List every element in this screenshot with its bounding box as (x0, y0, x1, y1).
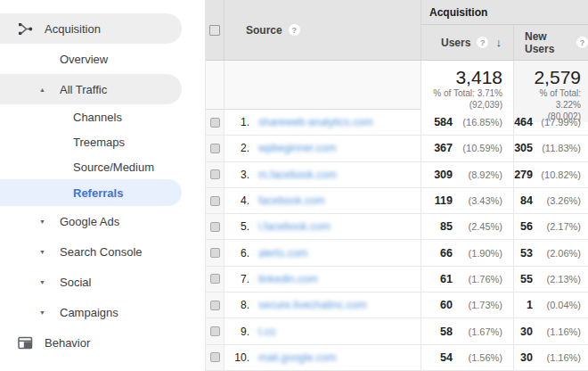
sidebar-item-search-console[interactable]: ▼ Search Console (0, 236, 182, 267)
sidebar: Acquisition Overview ▲ All Traffic Chann… (0, 0, 205, 371)
table-row: 10. mail.google.com 54 (1.56%) 30 (1.16%… (206, 345, 588, 371)
source-link[interactable]: shareweb-analytics.com (258, 116, 373, 128)
column-header-source[interactable]: Source ? (224, 0, 421, 60)
sidebar-item-label: All Traffic (60, 83, 107, 96)
users-value: 61 (440, 273, 453, 285)
sidebar-item-social[interactable]: ▼ Social (0, 267, 182, 297)
source-link[interactable]: wpbeginner.com (258, 142, 336, 154)
help-icon[interactable]: ? (576, 37, 588, 48)
new-users-percent: (17.99%) (533, 117, 581, 128)
users-value: 119 (435, 194, 453, 207)
sidebar-item-label: Campaigns (60, 306, 118, 319)
table-header: Source ? Acquisition Users ? ↓ New Users… (206, 0, 588, 61)
report-table: Source ? Acquisition Users ? ↓ New Users… (205, 0, 588, 371)
sidebar-item-label: Social (60, 276, 91, 289)
collapse-down-icon: ▼ (39, 218, 45, 225)
sidebar-item-acquisition[interactable]: Acquisition (0, 13, 182, 44)
row-checkbox[interactable] (210, 326, 220, 336)
row-rank: 2. (225, 142, 249, 154)
users-value: 85 (440, 220, 453, 233)
summary-row: 3,418 % of Total: 3.71% (92,039) 2,579 %… (206, 61, 588, 110)
select-all-checkbox[interactable] (209, 25, 220, 36)
sidebar-item-referrals[interactable]: Referrals (0, 179, 182, 206)
new-users-pct-of-total: % of Total: 3.22% (514, 87, 581, 111)
collapse-up-icon: ▲ (39, 87, 45, 93)
row-checkbox[interactable] (210, 144, 220, 153)
sort-descending-icon[interactable]: ↓ (496, 36, 502, 49)
source-link[interactable]: secure.livechatinc.com (258, 299, 366, 311)
new-users-value: 55 (520, 273, 533, 285)
source-header-label: Source (246, 24, 282, 37)
source-link[interactable]: mail.google.com (258, 351, 336, 364)
source-link[interactable]: alerts.com (258, 247, 307, 260)
collapse-down-icon: ▼ (39, 309, 45, 316)
source-link[interactable]: facebook.com (258, 194, 325, 207)
new-users-header-label: New Users (525, 30, 570, 55)
row-checkbox[interactable] (210, 248, 220, 258)
table-body: 1. shareweb-analytics.com 584 (16.85%) 4… (206, 110, 588, 371)
source-link[interactable]: m.facebook.com (258, 169, 337, 181)
users-value: 367 (434, 142, 453, 154)
new-users-percent: (11.83%) (533, 143, 581, 153)
column-header-users[interactable]: Users ? ↓ (421, 25, 513, 60)
users-value: 309 (434, 169, 453, 181)
sidebar-item-campaigns[interactable]: ▼ Campaigns (0, 297, 182, 327)
behavior-icon (18, 335, 34, 350)
table-row: 1. shareweb-analytics.com 584 (16.85%) 4… (206, 110, 588, 136)
collapse-down-icon: ▼ (39, 279, 45, 285)
row-rank: 7. (225, 273, 249, 285)
table-row: 3. m.facebook.com 309 (8.92%) 279 (10.82… (206, 162, 588, 188)
source-link[interactable]: l.facebook.com (258, 220, 331, 233)
help-icon[interactable]: ? (289, 24, 300, 36)
users-value: 60 (440, 299, 453, 311)
row-checkbox[interactable] (210, 352, 220, 362)
row-checkbox[interactable] (210, 301, 220, 310)
sidebar-item-label: Overview (60, 53, 108, 66)
source-link[interactable]: t.co (258, 326, 275, 338)
users-percent: (1.76%) (453, 274, 502, 284)
new-users-percent: (0.04%) (533, 300, 581, 310)
table-row: 2. wpbeginner.com 367 (10.59%) 305 (11.8… (206, 136, 588, 161)
sidebar-item-label: Search Console (60, 245, 143, 259)
new-users-value: 305 (514, 142, 533, 154)
new-users-value: 30 (520, 326, 533, 338)
sidebar-item-overview[interactable]: Overview (0, 44, 182, 74)
new-users-value: 53 (520, 247, 533, 260)
table-row: 9. t.co 58 (1.67%) 30 (1.16%) (206, 318, 588, 344)
sidebar-item-treemaps[interactable]: Treemaps (0, 129, 182, 154)
row-checkbox[interactable] (210, 118, 220, 128)
users-value: 58 (440, 326, 453, 338)
row-checkbox[interactable] (210, 222, 220, 232)
new-users-percent: (1.16%) (533, 326, 581, 337)
table-row: 5. l.facebook.com 85 (2.45%) 56 (2.17%) (206, 214, 588, 240)
sidebar-item-label: Channels (73, 111, 122, 124)
source-link[interactable]: linkedin.com (258, 273, 318, 285)
row-rank: 6. (225, 247, 249, 260)
sidebar-item-label: Acquisition (45, 22, 101, 36)
new-users-value: 464 (514, 116, 533, 128)
help-icon[interactable]: ? (477, 37, 488, 48)
row-checkbox[interactable] (210, 196, 220, 206)
row-checkbox[interactable] (210, 169, 220, 179)
sidebar-item-behavior[interactable]: Behavior (0, 327, 182, 358)
row-rank: 5. (225, 220, 249, 233)
new-users-value: 84 (520, 194, 533, 207)
new-users-value: 56 (520, 220, 533, 233)
sidebar-item-channels[interactable]: Channels (0, 104, 182, 129)
sidebar-item-all-traffic[interactable]: ▲ All Traffic (0, 74, 182, 104)
sidebar-item-label: Treemaps (73, 136, 125, 149)
row-rank: 4. (225, 194, 249, 207)
column-group-acquisition: Acquisition (421, 0, 588, 25)
users-value: 66 (440, 247, 453, 260)
collapse-down-icon: ▼ (39, 249, 45, 255)
new-users-percent: (2.17%) (533, 221, 581, 232)
analytics-app: Acquisition Overview ▲ All Traffic Chann… (0, 0, 588, 371)
users-percent: (2.45%) (453, 221, 502, 232)
users-value: 584 (434, 116, 453, 128)
sidebar-item-google-ads[interactable]: ▼ Google Ads (0, 206, 182, 236)
users-header-label: Users (441, 37, 470, 49)
column-header-new-users[interactable]: New Users ? (513, 25, 588, 60)
sidebar-item-source-medium[interactable]: Source/Medium (0, 154, 182, 179)
new-users-percent: (10.82%) (533, 169, 581, 180)
row-checkbox[interactable] (210, 274, 220, 284)
